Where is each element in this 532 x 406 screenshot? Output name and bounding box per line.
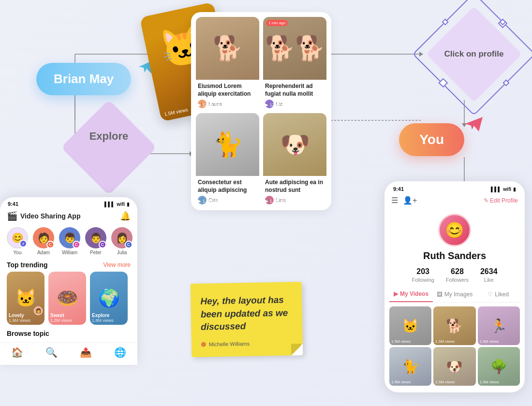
- play-icon: ▶: [394, 290, 398, 297]
- video-item-4[interactable]: 🐈 1.5M views: [389, 347, 431, 386]
- heart-icon: ♡: [488, 291, 493, 298]
- pin-icon: [201, 342, 206, 347]
- explore-stats-4: ▶ 1.5M views♡ 29.7K: [265, 199, 325, 203]
- explore-stats-3: ▶ 1.5M views♡ 24.3K: [198, 199, 257, 203]
- story-adam[interactable]: 🧑 C Adam: [33, 227, 54, 255]
- add-user-icon[interactable]: 👤+: [403, 196, 417, 205]
- video-item-2[interactable]: 🐕 1.5M views: [433, 306, 475, 345]
- trend-label-2: Sweet 1.2M views: [50, 313, 84, 323]
- story-name-adam: Adam: [33, 250, 54, 255]
- trending-row: 🐱 Lovely 1.9M views 👩 🍩 Sweet 1.2M views…: [0, 272, 137, 325]
- bell-icon[interactable]: 🔔: [120, 211, 131, 221]
- following-count: 203: [412, 267, 434, 276]
- explore-stats-2: ▶ 12.4K views♡ 19.6K: [265, 102, 325, 107]
- trend-avatar-1: 👩: [34, 306, 43, 315]
- phone-left: 9:41 ▌▌▌ wifi ▮ 🎬 Video Sharing App 🔔 😊 …: [0, 197, 137, 365]
- video-item-5[interactable]: 🐶 1.5M views: [433, 347, 475, 386]
- trend-item-3[interactable]: 🌍 Explore 1.8M views: [90, 272, 128, 325]
- story-peter[interactable]: 👨 C Peter: [85, 227, 106, 255]
- video-item-6[interactable]: 🌳 1.5M views: [478, 347, 520, 386]
- phone-left-status-icons: ▌▌▌ wifi ▮: [104, 201, 130, 207]
- sticky-author-name: Michelle Williams: [209, 341, 250, 347]
- sticky-note: Hey, the layout has been updated as we d…: [191, 282, 303, 357]
- profile-header-icons: ☰ 👤+: [391, 196, 417, 205]
- view-more-button[interactable]: View more: [103, 261, 131, 268]
- explore-img-dog: [196, 17, 259, 80]
- sticky-text: Hey, the layout has been updated as we d…: [200, 293, 293, 334]
- edit-profile-button[interactable]: ✎ Edit Profile: [484, 197, 518, 204]
- nav-search-icon[interactable]: 🔍: [45, 347, 58, 358]
- phone-right-status: 9:41 ▌▌▌ wifi ▮: [384, 181, 525, 195]
- trend-item-1[interactable]: 🐱 Lovely 1.9M views 👩: [7, 272, 44, 325]
- brian-may-label: Brian May: [36, 63, 131, 95]
- explore-img-cat2: [196, 113, 259, 176]
- stat-likes: 2634 Like: [480, 267, 498, 283]
- battery-icon: ▮: [127, 202, 130, 207]
- trend-views-1: 1.9M views: [9, 318, 43, 323]
- explore-item-4: ▶ 1.5M views♡ 29.7K Aute adipiscing ea i…: [263, 113, 326, 205]
- add-story-icon: +: [19, 240, 27, 247]
- wifi-icon: wifi: [117, 202, 125, 207]
- profile-tabs: ▶ My Videos 🖼 My Images ♡ Liked: [389, 287, 520, 303]
- story-avatar-julia: 👩 C: [111, 227, 133, 248]
- video-item-1[interactable]: 🐱 1.5M views: [389, 306, 431, 345]
- trend-name-3: Explore: [92, 313, 126, 318]
- svg-marker-14: [465, 117, 483, 131]
- image-icon: 🖼: [437, 291, 443, 298]
- story-badge-peter: C: [99, 241, 106, 248]
- nav-home-icon[interactable]: 🏠: [11, 347, 23, 358]
- story-name-peter: Peter: [85, 250, 106, 255]
- story-badge-julia: C: [125, 241, 133, 248]
- stat-followers: 628 Followers: [446, 267, 469, 283]
- explore-title-4: Aute adipiscing ea in nostrud sunt: [265, 179, 325, 194]
- story-avatar-you: 😊 +: [7, 227, 28, 248]
- vid-views-1: 1.5M views: [391, 339, 411, 344]
- click-profile-text: Click on profile: [430, 11, 517, 98]
- profile-name: Ruth Sanders: [423, 250, 486, 261]
- story-william[interactable]: 👦 C William: [59, 227, 80, 255]
- story-julia[interactable]: 👩 C Julia: [111, 227, 133, 255]
- tab-my-images[interactable]: 🖼 My Images: [433, 287, 476, 302]
- followers-label: Followers: [446, 277, 469, 283]
- story-name-julia: Julia: [111, 250, 133, 255]
- explore-item-2: 1 min ago 🐕 ▶ 12.4K views♡ 19.6K Reprehe…: [263, 17, 326, 109]
- stories-row: 😊 + You 🧑 C Adam 👦 C William 👨 C Pete: [0, 225, 137, 260]
- hamburger-icon[interactable]: ☰: [391, 196, 398, 205]
- explore-title-3: Consectetur est aliquip adipiscing: [198, 179, 257, 194]
- explore-grid: ▶ 12.4K views♡ 19.6K Eiusmod Lorem aliqu…: [196, 17, 326, 205]
- explore-content-card: ▶ 12.4K views♡ 19.6K Eiusmod Lorem aliqu…: [191, 12, 331, 210]
- explore-title-2: Reprehenderit ad fugiat nulla mollit: [265, 83, 325, 98]
- trend-item-2[interactable]: 🍩 Sweet 1.2M views: [48, 272, 86, 325]
- explore-stats-1: ▶ 12.4K views♡ 19.6K: [198, 102, 257, 107]
- trend-views-2: 1.2M views: [50, 318, 84, 323]
- phone-left-status: 9:41 ▌▌▌ wifi ▮: [0, 197, 137, 209]
- story-avatar-william: 👦 C: [59, 227, 80, 248]
- phone-right: 9:41 ▌▌▌ wifi ▮ ☰ 👤+ ✎ Edit Profile 😊 Ru…: [384, 181, 525, 392]
- story-you[interactable]: 😊 + You: [7, 227, 28, 255]
- wifi-right-icon: wifi: [503, 187, 511, 192]
- video-item-3[interactable]: 🏃 1.5M views: [478, 306, 520, 345]
- browse-topic-title: Browse topic: [0, 325, 137, 339]
- app-name: Video Sharing App: [20, 212, 80, 220]
- likes-label: Like: [480, 277, 498, 283]
- new-badge: 1 min ago: [266, 20, 288, 26]
- you-label: You: [399, 123, 464, 156]
- tab-liked[interactable]: ♡ Liked: [476, 287, 520, 302]
- explore-img-dog2: 🐕: [263, 17, 326, 80]
- followers-count: 628: [446, 267, 469, 276]
- stat-following: 203 Following: [412, 267, 434, 283]
- vid-views-2: 1.5M views: [435, 339, 455, 344]
- signal-right-icon: ▌▌▌: [491, 187, 501, 192]
- nav-upload-icon[interactable]: 📤: [80, 347, 92, 358]
- story-badge-william: C: [73, 241, 80, 248]
- likes-count: 2634: [480, 267, 498, 276]
- trend-views-3: 1.8M views: [92, 318, 126, 323]
- story-avatar-adam: 🧑 C: [33, 227, 54, 248]
- phone-left-nav: 🏠 🔍 📤 🌐: [0, 342, 137, 360]
- explore-label: Explore: [80, 130, 138, 143]
- following-label: Following: [412, 277, 434, 283]
- explore-title-1: Eiusmod Lorem aliquip exercitation: [198, 83, 257, 98]
- nav-globe-icon[interactable]: 🌐: [114, 347, 126, 358]
- trending-title: Top trending: [7, 261, 48, 269]
- tab-my-videos[interactable]: ▶ My Videos: [389, 287, 433, 302]
